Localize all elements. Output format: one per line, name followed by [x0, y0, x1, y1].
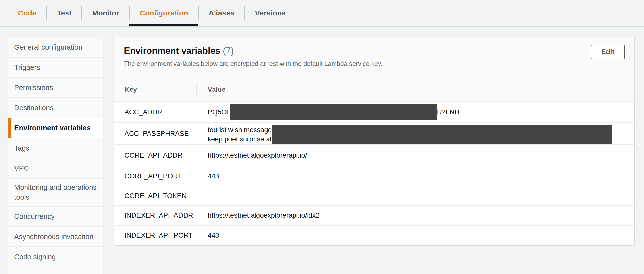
panel-header-text: Environment variables (7) The environmen…	[124, 46, 382, 68]
sidebar-item-environment-variables[interactable]: Environment variables	[8, 118, 103, 138]
env-value: tourist wish message keep poet surprise …	[197, 123, 634, 144]
sidebar-item-concurrency[interactable]: Concurrency	[8, 207, 103, 227]
env-value: 443	[197, 231, 634, 239]
table-row: ACC_PASSPHRASE tourist wish message keep…	[114, 123, 634, 145]
panel-title-count: (7)	[223, 46, 234, 56]
sidebar-item-triggers[interactable]: Triggers	[8, 58, 103, 78]
tab-versions[interactable]: Versions	[245, 0, 296, 26]
env-value-prefix: PQ5OI	[208, 108, 229, 116]
table-row: CORE_API_TOKEN	[114, 186, 634, 206]
table-row: CORE_API_ADDR https://testnet.algoexplor…	[114, 145, 634, 166]
sidebar-item-general-configuration[interactable]: General configuration	[8, 37, 103, 58]
panel-header: Environment variables (7) The environmen…	[114, 37, 634, 77]
env-value: https://testnet.algoexplorerapi.io/	[197, 152, 634, 159]
tab-monitor[interactable]: Monitor	[82, 0, 129, 26]
sidebar-item-tags[interactable]: Tags	[8, 138, 103, 158]
env-value: https://testnet.algoexplorerapi.io/idx2	[197, 212, 634, 219]
panel-description: The environment variables below are encr…	[124, 60, 382, 68]
function-tab-bar: Code Test Monitor Configuration Aliases …	[0, 0, 644, 27]
env-value: 443	[197, 172, 634, 180]
tab-code[interactable]: Code	[8, 0, 47, 26]
sidebar-item-destinations[interactable]: Destinations	[8, 98, 103, 118]
edit-button[interactable]: Edit	[591, 45, 624, 59]
env-key: INDEXER_API_PORT	[114, 231, 197, 239]
env-value-suffix: 4R2LNU	[433, 108, 460, 116]
env-key: ACC_PASSPHRASE	[114, 130, 197, 138]
tab-configuration[interactable]: Configuration	[129, 0, 198, 26]
panel-title: Environment variables (7)	[124, 46, 382, 56]
configuration-content: General configuration Triggers Permissio…	[0, 27, 644, 274]
sidebar-item-monitoring-tools[interactable]: Monitoring and operations tools	[8, 179, 103, 207]
column-header-value: Value	[197, 86, 634, 93]
table-row: INDEXER_API_ADDR https://testnet.algoexp…	[114, 206, 634, 226]
sidebar-item-asynchronous-invocation[interactable]: Asynchronous invocation	[8, 227, 103, 247]
panel-title-text: Environment variables	[124, 46, 220, 56]
table-row: CORE_API_PORT 443	[114, 166, 634, 186]
redaction-box	[230, 104, 437, 120]
env-value: PQ5OI 4R2LNU	[197, 104, 634, 120]
redaction-box	[272, 125, 612, 144]
configuration-sidebar: General configuration Triggers Permissio…	[8, 37, 104, 274]
sidebar-item-vpc[interactable]: VPC	[8, 158, 103, 179]
tab-test[interactable]: Test	[47, 0, 82, 26]
column-header-key: Key	[114, 86, 197, 93]
tab-aliases[interactable]: Aliases	[198, 0, 245, 26]
environment-variables-panel: Environment variables (7) The environmen…	[114, 37, 634, 245]
table-header-row: Key Value	[114, 77, 634, 102]
env-key: INDEXER_API_ADDR	[114, 212, 197, 219]
sidebar-item-permissions[interactable]: Permissions	[8, 78, 103, 98]
env-key: CORE_API_ADDR	[114, 152, 197, 159]
env-key: CORE_API_PORT	[114, 172, 197, 180]
env-key: CORE_API_TOKEN	[114, 192, 197, 200]
table-row: ACC_ADDR PQ5OI 4R2LNU	[114, 102, 634, 123]
sidebar-item-code-signing[interactable]: Code signing	[8, 247, 103, 267]
table-row: INDEXER_API_PORT 443	[114, 226, 634, 245]
env-key: ACC_ADDR	[114, 108, 197, 116]
